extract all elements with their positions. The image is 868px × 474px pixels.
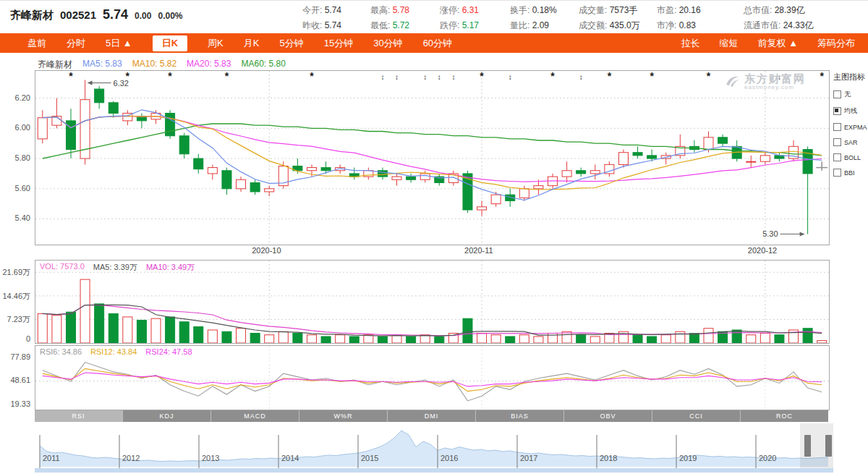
nav-year-label: 2019 (679, 454, 697, 462)
nav-year-label: 2015 (361, 454, 378, 462)
svg-text:5.30: 5.30 (762, 229, 778, 238)
shrink-button[interactable]: 缩短 (720, 37, 739, 50)
svg-text:*: * (480, 71, 484, 82)
tab-intraday[interactable]: 分时 (67, 37, 85, 50)
forward-adjust-button[interactable]: 前复权 ▲ (758, 37, 798, 50)
tab-30min[interactable]: 30分钟 (373, 37, 402, 50)
rsi6-label: RSI6: 34.86 (40, 347, 82, 356)
tab-60min[interactable]: 60分钟 (423, 37, 452, 50)
svg-text:↕: ↕ (380, 73, 384, 81)
stat-pb: 市净: 0.83 (657, 20, 744, 32)
rsi12-label: RSI12: 43.84 (90, 347, 137, 356)
indicator-tab-macd[interactable]: MACD (211, 410, 299, 422)
legend-ma20: MA20: 5.83 (187, 59, 231, 71)
main-ytick-1: 6.00 (0, 123, 30, 132)
option-boll[interactable]: BOLL (833, 153, 867, 161)
nav-year-label: 2011 (43, 454, 60, 462)
rsi-ytick-2: 19.33 (0, 399, 30, 408)
stretch-button[interactable]: 拉长 (681, 37, 700, 50)
option-ma[interactable]: 均线 (833, 106, 867, 116)
nav-year-label: 2016 (441, 454, 458, 462)
tab-monthly-k[interactable]: 月K (244, 37, 260, 50)
tab-15min[interactable]: 15分钟 (324, 37, 353, 50)
rsi-legend: RSI6: 34.86 RSI12: 43.84 RSI24: 47.58 (40, 347, 192, 356)
vol-ytick-1: 14.46万 (0, 291, 30, 302)
svg-text:↕: ↕ (395, 73, 399, 81)
volume-chart-canvas[interactable] (35, 261, 829, 343)
indicator-tab-dmi[interactable]: DMI (388, 410, 476, 422)
date-label-0: 2020-10 (252, 246, 281, 255)
indicator-tab-rsi[interactable]: RSI (35, 410, 123, 422)
chip-distribution-button[interactable]: 筹码分布 (817, 37, 855, 50)
legend-ma5: MA5: 5.83 (82, 59, 122, 71)
checkbox-bbi[interactable] (833, 169, 841, 177)
main-indicator-sidebar: 主图指标 无 均线 EXPMA SAR BOLL BBI (833, 72, 867, 177)
tab-pre-market[interactable]: 盘前 (27, 37, 46, 50)
navigator-left-handle[interactable] (804, 435, 811, 457)
legend-ma10: MA10: 5.82 (132, 59, 176, 71)
date-axis: 2020-10 2020-11 2020-12 (35, 246, 828, 257)
volume-legend: VOL: 7573.0 MA5: 3.39万 MA10: 3.49万 (40, 262, 195, 273)
history-navigator[interactable]: 2011201220132014201520162017201820192020 (35, 423, 833, 468)
main-ytick-3: 5.60 (0, 184, 30, 192)
svg-text:*: * (69, 71, 73, 82)
svg-text:*: * (608, 71, 612, 82)
indicator-tab-wr[interactable]: W%R (299, 410, 388, 422)
svg-text:↕: ↕ (579, 73, 583, 81)
vol-ytick-0: 21.69万 (0, 267, 30, 278)
svg-text:↕: ↕ (451, 73, 455, 81)
main-chart-canvas[interactable]: *****↕↕↕↕↕*↕*↕***↕*6.325.30 (35, 71, 829, 245)
ma-legend: 齐峰新材 MA5: 5.83 MA10: 5.82 MA20: 5.83 MA6… (38, 59, 286, 71)
rsi-pane[interactable]: RSI6: 34.86 RSI12: 43.84 RSI24: 47.58 (35, 345, 830, 410)
stat-amount: 成交额: 435.0万 (579, 20, 657, 32)
indicator-tab-bias[interactable]: BIAS (476, 410, 564, 422)
sidebar-title: 主图指标 (833, 72, 867, 82)
svg-text:*: * (820, 71, 824, 82)
stock-name: 齐峰新材 (10, 9, 54, 22)
vol-ytick-3: 0 (0, 334, 30, 343)
main-kline-chart[interactable]: *****↕↕↕↕↕*↕*↕***↕*6.325.30 (35, 70, 830, 245)
checkbox-expma[interactable] (833, 123, 841, 131)
nav-year-label: 2012 (122, 454, 140, 462)
indicator-tab-cci[interactable]: CCI (652, 410, 741, 422)
checkbox-none[interactable] (833, 90, 841, 98)
svg-text:*: * (707, 71, 711, 82)
stat-low: 最低: 5.72 (370, 20, 440, 32)
rsi-ytick-0: 77.89 (0, 352, 30, 361)
indicator-tab-roc[interactable]: ROC (741, 410, 828, 422)
stat-open: 今开: 5.74 (302, 4, 370, 17)
watermark-name: 东方财富网 (744, 73, 806, 85)
option-none[interactable]: 无 (833, 90, 867, 99)
svg-text:*: * (550, 71, 555, 82)
checkbox-ma[interactable] (833, 107, 841, 115)
tab-5min[interactable]: 5分钟 (279, 37, 303, 50)
period-tabbar: 盘前 分时 5日 ▲ 日K 周K 月K 5分钟 15分钟 30分钟 60分钟 拉… (0, 33, 868, 53)
stat-prev-close: 昨收: 5.74 (302, 20, 370, 32)
nav-year-label: 2014 (281, 454, 299, 462)
option-bbi[interactable]: BBI (833, 169, 867, 177)
checkbox-sar[interactable] (833, 138, 841, 146)
toolbar-actions: 拉长 缩短 前复权 ▲ 筹码分布 (681, 37, 855, 50)
stat-limit-down: 跌停: 5.17 (440, 20, 510, 32)
header-title: 齐峰新材 002521 5.74 0.00 0.00% (10, 7, 183, 22)
indicator-tab-kdj[interactable]: KDJ (123, 410, 211, 422)
tab-weekly-k[interactable]: 周K (208, 37, 224, 50)
svg-text:↕: ↕ (423, 73, 427, 81)
date-label-2: 2020-12 (748, 246, 777, 255)
legend-stock-name: 齐峰新材 (38, 59, 72, 71)
navigator-right-handle[interactable] (825, 435, 832, 457)
stat-volume-ratio: 量比: 2.09 (510, 20, 579, 32)
checkbox-boll[interactable] (833, 153, 841, 161)
indicator-tab-obv[interactable]: OBV (564, 410, 652, 422)
option-expma[interactable]: EXPMA (833, 123, 867, 131)
volume-pane[interactable]: VOL: 7573.0 MA5: 3.39万 MA10: 3.49万 (35, 260, 830, 344)
stat-turnover-rate: 换手: 0.18% (510, 4, 579, 17)
price-change: 0.00 (135, 11, 151, 21)
option-sar[interactable]: SAR (833, 138, 867, 146)
tab-daily-k[interactable]: 日K (153, 35, 187, 51)
svg-text:*: * (225, 71, 229, 82)
rsi-ytick-1: 48.61 (0, 376, 30, 384)
date-label-1: 2020-11 (464, 246, 493, 255)
tab-5day[interactable]: 5日 ▲ (106, 37, 132, 50)
stat-total-mktcap: 总市值: 28.39亿 (744, 4, 838, 17)
